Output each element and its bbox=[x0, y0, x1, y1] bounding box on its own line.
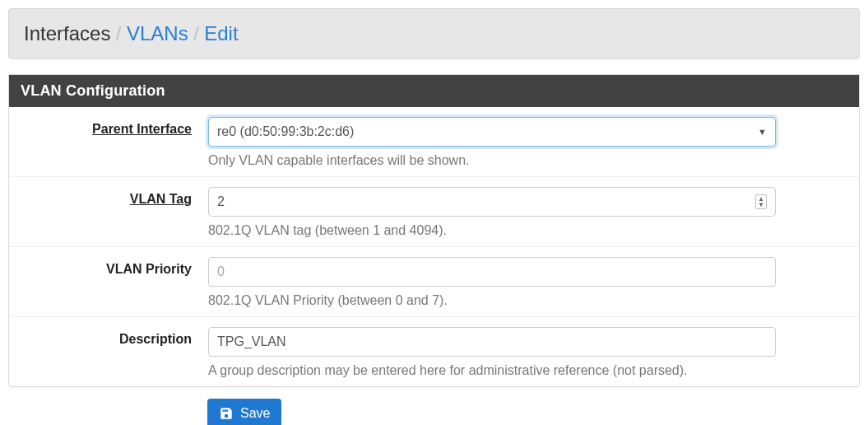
help-vlan-priority: 802.1Q VLAN Priority (between 0 and 7). bbox=[208, 293, 776, 308]
row-parent-interface: Parent Interface re0 (d0:50:99:3b:2c:d6)… bbox=[9, 107, 859, 176]
parent-interface-value: re0 (d0:50:99:3b:2c:d6) bbox=[217, 124, 758, 139]
breadcrumb-vlans[interactable]: VLANs bbox=[127, 22, 188, 44]
action-row: Save bbox=[8, 399, 860, 425]
vlan-priority-input[interactable] bbox=[217, 264, 767, 279]
breadcrumb-edit[interactable]: Edit bbox=[204, 22, 238, 44]
save-button-label: Save bbox=[240, 406, 270, 421]
description-input-wrap bbox=[208, 327, 776, 357]
description-input[interactable] bbox=[217, 334, 767, 349]
save-icon bbox=[219, 406, 234, 421]
row-description: Description A group description may be e… bbox=[9, 316, 859, 386]
label-description: Description bbox=[119, 332, 192, 346]
help-vlan-tag: 802.1Q VLAN tag (between 1 and 4094). bbox=[208, 223, 776, 238]
help-description: A group description may be entered here … bbox=[208, 363, 776, 378]
help-parent-interface: Only VLAN capable interfaces will be sho… bbox=[208, 153, 776, 168]
label-vlan-tag: VLAN Tag bbox=[130, 192, 192, 206]
save-button[interactable]: Save bbox=[207, 399, 281, 425]
vlan-priority-input-wrap bbox=[208, 257, 776, 287]
vlan-tag-input-wrap: ▲▼ bbox=[208, 187, 776, 217]
parent-interface-select[interactable]: re0 (d0:50:99:3b:2c:d6) ▼ bbox=[208, 117, 776, 147]
panel-title: VLAN Configuration bbox=[9, 75, 859, 107]
chevron-down-icon: ▼ bbox=[758, 127, 767, 137]
label-parent-interface: Parent Interface bbox=[92, 122, 192, 136]
row-vlan-priority: VLAN Priority 802.1Q VLAN Priority (betw… bbox=[9, 246, 859, 316]
breadcrumb: Interfaces / VLANs / Edit bbox=[8, 8, 860, 59]
label-vlan-priority: VLAN Priority bbox=[106, 262, 192, 276]
breadcrumb-sep: / bbox=[192, 22, 201, 44]
number-stepper-icon[interactable]: ▲▼ bbox=[755, 194, 767, 209]
vlan-tag-input[interactable] bbox=[217, 194, 755, 209]
row-vlan-tag: VLAN Tag ▲▼ 802.1Q VLAN tag (between 1 a… bbox=[9, 176, 859, 246]
breadcrumb-sep: / bbox=[114, 22, 123, 44]
breadcrumb-root: Interfaces bbox=[24, 22, 110, 44]
vlan-config-panel: VLAN Configuration Parent Interface re0 … bbox=[8, 74, 860, 387]
